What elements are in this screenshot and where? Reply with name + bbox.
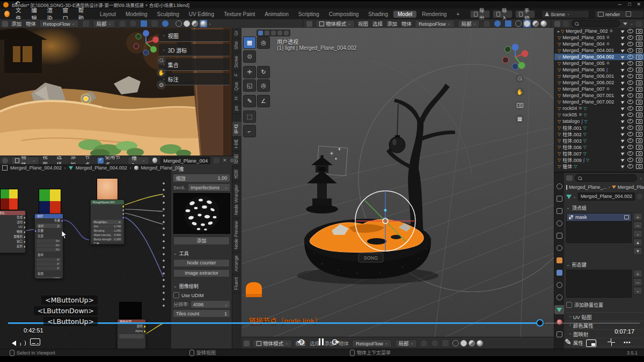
exit-fullscreen-button[interactable] xyxy=(608,338,615,346)
tweak-tool[interactable]: ⊙ xyxy=(243,50,256,63)
axis-gizmo[interactable] xyxy=(500,42,530,72)
key-specials-button[interactable]: ⌄ xyxy=(633,287,642,294)
menu-item[interactable]: 物体 xyxy=(339,339,349,347)
axis-gizmo[interactable] xyxy=(130,29,160,57)
modifier-icon[interactable]: ⚙ xyxy=(579,113,582,117)
selectable-toggle-icon[interactable] xyxy=(621,145,625,149)
outliner-row[interactable]: ▽ rock04 ⚙ ▽ xyxy=(554,105,644,112)
orientation-select[interactable]: 局部⌄ xyxy=(458,20,480,28)
tab-tool[interactable] xyxy=(554,182,564,191)
render-toggle-icon[interactable] xyxy=(636,68,642,72)
render-toggle-icon[interactable] xyxy=(636,93,642,98)
tab-world[interactable] xyxy=(554,243,564,253)
tab-scene[interactable] xyxy=(554,231,564,240)
shape-keys-header[interactable]: ⌄形态键 xyxy=(566,261,642,268)
shader-sidebar-tab[interactable]: 节点 xyxy=(232,122,242,137)
retopoflow-menu[interactable]: RetopoFlow⌄ xyxy=(415,20,455,28)
group-specials-button[interactable]: ⌄ xyxy=(633,230,642,238)
solid-shading-icon[interactable] xyxy=(184,20,190,27)
sidebar-tab[interactable]: Sho xyxy=(232,39,242,53)
modifier-icon[interactable]: ⚙ xyxy=(579,106,582,110)
render-toggle-icon[interactable] xyxy=(636,106,642,111)
sidebar-tab[interactable]: Qua xyxy=(232,79,242,94)
mode-select[interactable]: 物体模式⌄ xyxy=(316,20,355,28)
selectable-toggle-icon[interactable] xyxy=(621,68,625,72)
visibility-toggle-icon[interactable] xyxy=(627,125,633,130)
shader-sidebar-tab[interactable]: Fluent xyxy=(232,275,242,293)
add-key-button[interactable]: ＋ xyxy=(633,270,642,277)
workspace-tab[interactable]: UV Editing xyxy=(185,11,218,18)
add-group-button[interactable]: ＋ xyxy=(633,213,642,220)
selectable-toggle-icon[interactable] xyxy=(621,42,625,46)
render-toggle-icon[interactable] xyxy=(636,164,642,169)
editor-type-icon[interactable] xyxy=(306,21,312,27)
remove-group-button[interactable]: － xyxy=(633,221,642,229)
blender-menu-icon[interactable] xyxy=(4,11,10,17)
zoom-icon[interactable] xyxy=(515,74,524,83)
material-shading-icon[interactable] xyxy=(469,340,475,346)
outliner-row[interactable]: ▽ 柱体.009 ∫ ▽ xyxy=(554,157,644,163)
rendered-shading-icon[interactable] xyxy=(200,20,207,27)
selectable-toggle-icon[interactable] xyxy=(621,55,625,59)
tiles-count-field[interactable]: Tiles count1 xyxy=(173,310,230,317)
use-nodes-checkbox[interactable]: 使用节点 xyxy=(98,156,125,165)
subtitles-icon[interactable] xyxy=(30,338,40,345)
visibility-toggle-icon[interactable] xyxy=(627,55,633,59)
menu-item[interactable]: 选择 xyxy=(372,20,383,27)
tab-output[interactable] xyxy=(554,206,564,216)
snap-magnet-icon[interactable] xyxy=(420,339,428,347)
selectable-toggle-icon[interactable] xyxy=(621,158,625,162)
proportional-edit-icon[interactable] xyxy=(129,20,137,27)
video-progress-remaining[interactable] xyxy=(545,323,640,323)
texture-preview[interactable] xyxy=(173,193,230,234)
modifier-icon[interactable]: ⚙ xyxy=(606,35,610,40)
visibility-toggle-icon[interactable] xyxy=(627,113,633,117)
tab-texture[interactable] xyxy=(554,330,564,339)
selectable-toggle-icon[interactable] xyxy=(621,138,625,143)
menu-item[interactable]: 物体 xyxy=(401,20,412,27)
outliner-row[interactable]: ▽ Merged_Plane_006 ∫ xyxy=(554,67,644,73)
render-toggle-icon[interactable] xyxy=(636,145,642,150)
minimize-button[interactable]: ─ xyxy=(618,2,621,7)
cursor-tool[interactable]: ◎ xyxy=(257,36,270,49)
workspace-tab[interactable]: Model xyxy=(393,11,416,18)
overlays-toggle-icon[interactable] xyxy=(504,20,512,27)
gizmo-toggle-icon[interactable] xyxy=(151,20,158,27)
pin-icon[interactable]: ⊙ xyxy=(230,158,234,163)
sidebar-panel-header[interactable]: ›3D 游标 xyxy=(159,44,230,56)
editor-type-icon[interactable] xyxy=(244,341,250,346)
visibility-toggle-icon[interactable] xyxy=(627,145,633,149)
shader-sidebar-tab[interactable]: Node Preview xyxy=(232,218,242,253)
tab-particles[interactable] xyxy=(554,280,564,290)
rendered-shading-icon[interactable] xyxy=(477,340,483,346)
unlink-icon[interactable]: ✕ xyxy=(223,158,227,163)
node-texture-coordinate[interactable]: 纹理坐标 生成法向UV物体摄像机窗口反射 xyxy=(0,210,26,253)
annotate-tool[interactable]: ✎ xyxy=(243,95,256,107)
workspace-tab[interactable]: Compositing xyxy=(325,11,363,18)
visibility-toggle-icon[interactable] xyxy=(627,68,633,72)
tools-panel-header[interactable]: ⌄工具 xyxy=(173,250,230,257)
sidebar-panel-header[interactable]: ›视图 xyxy=(159,29,230,42)
workspace-tab[interactable]: + xyxy=(452,11,464,18)
action-button[interactable]: 导出 xyxy=(470,10,490,18)
sidebar-tab[interactable]: Gr xyxy=(232,28,242,39)
render-toggle-icon[interactable] xyxy=(636,113,642,117)
visibility-toggle-icon[interactable] xyxy=(627,48,633,53)
annotate-video-button[interactable]: ✎ xyxy=(565,337,572,347)
transform-tool[interactable]: ◎ xyxy=(257,79,270,92)
visibility-toggle-icon[interactable] xyxy=(627,151,633,156)
workspace-tab[interactable]: Rendering xyxy=(418,11,451,18)
workspace-tab[interactable]: Scripting xyxy=(294,11,324,18)
selectable-toggle-icon[interactable] xyxy=(621,125,625,130)
proportional-edit-icon[interactable] xyxy=(494,20,501,27)
volume-icon[interactable] xyxy=(12,338,26,348)
outliner-search-input[interactable] xyxy=(572,20,620,27)
render-toggle-icon[interactable] xyxy=(636,61,642,66)
mode-icon[interactable] xyxy=(277,31,282,35)
visibility-toggle-icon[interactable] xyxy=(627,119,633,123)
visibility-toggle-icon[interactable] xyxy=(627,158,633,162)
workspace-tab[interactable]: Modeling xyxy=(121,11,152,18)
viewport-a[interactable]: ›视图›3D 游标›集合›标注 ✋ ⊙ xyxy=(0,28,232,156)
sidebar-panel-header[interactable]: ›集合 xyxy=(159,58,230,71)
selectable-toggle-icon[interactable] xyxy=(621,106,625,110)
